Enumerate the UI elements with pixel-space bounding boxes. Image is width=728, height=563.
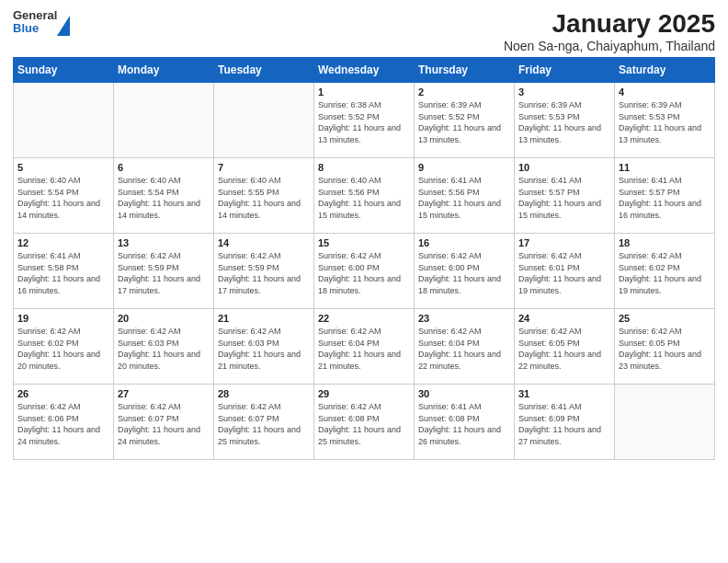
day-info-18: Sunrise: 6:42 AM Sunset: 6:02 PM Dayligh… <box>619 250 711 296</box>
cell-w4-d1: 19Sunrise: 6:42 AM Sunset: 6:02 PM Dayli… <box>14 309 114 385</box>
calendar-header: Sunday Monday Tuesday Wednesday Thursday… <box>14 58 715 83</box>
logo-text: General Blue <box>13 9 57 36</box>
day-info-2: Sunrise: 6:39 AM Sunset: 5:52 PM Dayligh… <box>418 99 510 145</box>
cell-w1-d6: 3Sunrise: 6:39 AM Sunset: 5:53 PM Daylig… <box>515 83 615 158</box>
cell-w2-d2: 6Sunrise: 6:40 AM Sunset: 5:54 PM Daylig… <box>114 158 214 234</box>
cell-w4-d4: 22Sunrise: 6:42 AM Sunset: 6:04 PM Dayli… <box>314 309 415 385</box>
day-info-7: Sunrise: 6:40 AM Sunset: 5:55 PM Dayligh… <box>218 175 310 221</box>
cell-w5-d5: 30Sunrise: 6:41 AM Sunset: 6:08 PM Dayli… <box>415 385 515 460</box>
week-row-2: 5Sunrise: 6:40 AM Sunset: 5:54 PM Daylig… <box>14 158 715 234</box>
cell-w1-d4: 1Sunrise: 6:38 AM Sunset: 5:52 PM Daylig… <box>314 83 415 158</box>
week-row-4: 19Sunrise: 6:42 AM Sunset: 6:02 PM Dayli… <box>14 309 715 385</box>
day-info-13: Sunrise: 6:42 AM Sunset: 5:59 PM Dayligh… <box>118 250 210 296</box>
calendar-title: January 2025 <box>504 9 715 39</box>
cell-w3-d4: 15Sunrise: 6:42 AM Sunset: 6:00 PM Dayli… <box>314 234 415 309</box>
day-number-2: 2 <box>418 86 510 98</box>
header-wednesday: Wednesday <box>314 58 415 83</box>
cell-w1-d7: 4Sunrise: 6:39 AM Sunset: 5:53 PM Daylig… <box>615 83 715 158</box>
header-thursday: Thursday <box>415 58 515 83</box>
day-info-15: Sunrise: 6:42 AM Sunset: 6:00 PM Dayligh… <box>318 250 410 296</box>
cell-w5-d6: 31Sunrise: 6:41 AM Sunset: 6:09 PM Dayli… <box>515 385 615 460</box>
header-monday: Monday <box>114 58 214 83</box>
cell-w1-d3 <box>214 83 314 158</box>
day-number-16: 16 <box>418 237 510 248</box>
day-info-28: Sunrise: 6:42 AM Sunset: 6:07 PM Dayligh… <box>218 401 310 447</box>
day-info-8: Sunrise: 6:40 AM Sunset: 5:56 PM Dayligh… <box>318 175 410 221</box>
day-info-30: Sunrise: 6:41 AM Sunset: 6:08 PM Dayligh… <box>418 401 510 447</box>
day-info-29: Sunrise: 6:42 AM Sunset: 6:08 PM Dayligh… <box>318 401 410 447</box>
cell-w5-d2: 27Sunrise: 6:42 AM Sunset: 6:07 PM Dayli… <box>114 385 214 460</box>
day-info-1: Sunrise: 6:38 AM Sunset: 5:52 PM Dayligh… <box>318 99 410 145</box>
day-info-20: Sunrise: 6:42 AM Sunset: 6:03 PM Dayligh… <box>118 326 210 372</box>
day-info-9: Sunrise: 6:41 AM Sunset: 5:56 PM Dayligh… <box>418 175 510 221</box>
day-number-25: 25 <box>619 313 711 324</box>
day-number-12: 12 <box>17 237 109 248</box>
day-number-20: 20 <box>118 313 210 324</box>
day-info-21: Sunrise: 6:42 AM Sunset: 6:03 PM Dayligh… <box>218 326 310 372</box>
day-number-4: 4 <box>619 86 711 98</box>
day-number-30: 30 <box>418 388 510 399</box>
cell-w5-d4: 29Sunrise: 6:42 AM Sunset: 6:08 PM Dayli… <box>314 385 415 460</box>
week-row-5: 26Sunrise: 6:42 AM Sunset: 6:06 PM Dayli… <box>14 385 715 460</box>
day-info-25: Sunrise: 6:42 AM Sunset: 6:05 PM Dayligh… <box>619 326 711 372</box>
cell-w4-d7: 25Sunrise: 6:42 AM Sunset: 6:05 PM Dayli… <box>615 309 715 385</box>
day-info-5: Sunrise: 6:40 AM Sunset: 5:54 PM Dayligh… <box>17 175 109 221</box>
header-saturday: Saturday <box>615 58 715 83</box>
cell-w4-d3: 21Sunrise: 6:42 AM Sunset: 6:03 PM Dayli… <box>214 309 314 385</box>
day-number-10: 10 <box>518 162 610 173</box>
cell-w5-d7 <box>615 385 715 460</box>
week-row-1: 1Sunrise: 6:38 AM Sunset: 5:52 PM Daylig… <box>14 83 715 158</box>
day-number-17: 17 <box>518 237 610 248</box>
day-number-15: 15 <box>318 237 410 248</box>
cell-w1-d5: 2Sunrise: 6:39 AM Sunset: 5:52 PM Daylig… <box>415 83 515 158</box>
day-number-28: 28 <box>218 388 310 399</box>
day-info-22: Sunrise: 6:42 AM Sunset: 6:04 PM Dayligh… <box>318 326 410 372</box>
day-info-23: Sunrise: 6:42 AM Sunset: 6:04 PM Dayligh… <box>418 326 510 372</box>
day-number-8: 8 <box>318 162 410 173</box>
day-number-9: 9 <box>418 162 510 173</box>
cell-w3-d6: 17Sunrise: 6:42 AM Sunset: 6:01 PM Dayli… <box>515 234 615 309</box>
header: General Blue January 2025 Noen Sa-nga, C… <box>13 9 715 53</box>
day-info-10: Sunrise: 6:41 AM Sunset: 5:57 PM Dayligh… <box>518 175 610 221</box>
cell-w4-d5: 23Sunrise: 6:42 AM Sunset: 6:04 PM Dayli… <box>415 309 515 385</box>
day-number-14: 14 <box>218 237 310 248</box>
logo-triangle-icon <box>57 16 70 36</box>
calendar-table: Sunday Monday Tuesday Wednesday Thursday… <box>13 57 715 460</box>
day-number-27: 27 <box>118 388 210 399</box>
cell-w2-d5: 9Sunrise: 6:41 AM Sunset: 5:56 PM Daylig… <box>415 158 515 234</box>
day-info-11: Sunrise: 6:41 AM Sunset: 5:57 PM Dayligh… <box>619 175 711 221</box>
cell-w4-d2: 20Sunrise: 6:42 AM Sunset: 6:03 PM Dayli… <box>114 309 214 385</box>
cell-w3-d1: 12Sunrise: 6:41 AM Sunset: 5:58 PM Dayli… <box>14 234 114 309</box>
day-info-3: Sunrise: 6:39 AM Sunset: 5:53 PM Dayligh… <box>518 99 610 145</box>
day-number-6: 6 <box>118 162 210 173</box>
day-number-18: 18 <box>619 237 711 248</box>
day-info-26: Sunrise: 6:42 AM Sunset: 6:06 PM Dayligh… <box>17 401 109 447</box>
week-row-3: 12Sunrise: 6:41 AM Sunset: 5:58 PM Dayli… <box>14 234 715 309</box>
day-info-31: Sunrise: 6:41 AM Sunset: 6:09 PM Dayligh… <box>518 401 610 447</box>
cell-w2-d3: 7Sunrise: 6:40 AM Sunset: 5:55 PM Daylig… <box>214 158 314 234</box>
calendar-subtitle: Noen Sa-nga, Chaiyaphum, Thailand <box>504 39 715 53</box>
cell-w4-d6: 24Sunrise: 6:42 AM Sunset: 6:05 PM Dayli… <box>515 309 615 385</box>
day-number-21: 21 <box>218 313 310 324</box>
day-number-24: 24 <box>518 313 610 324</box>
logo-general: General <box>13 9 57 22</box>
day-info-4: Sunrise: 6:39 AM Sunset: 5:53 PM Dayligh… <box>619 99 711 145</box>
cell-w5-d1: 26Sunrise: 6:42 AM Sunset: 6:06 PM Dayli… <box>14 385 114 460</box>
logo: General Blue <box>13 9 70 36</box>
day-number-23: 23 <box>418 313 510 324</box>
day-number-11: 11 <box>619 162 711 173</box>
header-friday: Friday <box>515 58 615 83</box>
day-info-14: Sunrise: 6:42 AM Sunset: 5:59 PM Dayligh… <box>218 250 310 296</box>
cell-w3-d5: 16Sunrise: 6:42 AM Sunset: 6:00 PM Dayli… <box>415 234 515 309</box>
cell-w1-d2 <box>114 83 214 158</box>
day-number-3: 3 <box>518 86 610 98</box>
day-info-24: Sunrise: 6:42 AM Sunset: 6:05 PM Dayligh… <box>518 326 610 372</box>
cell-w3-d7: 18Sunrise: 6:42 AM Sunset: 6:02 PM Dayli… <box>615 234 715 309</box>
days-header-row: Sunday Monday Tuesday Wednesday Thursday… <box>14 58 715 83</box>
calendar-body: 1Sunrise: 6:38 AM Sunset: 5:52 PM Daylig… <box>14 83 715 460</box>
day-number-29: 29 <box>318 388 410 399</box>
day-number-19: 19 <box>17 313 109 324</box>
day-info-6: Sunrise: 6:40 AM Sunset: 5:54 PM Dayligh… <box>118 175 210 221</box>
cell-w5-d3: 28Sunrise: 6:42 AM Sunset: 6:07 PM Dayli… <box>214 385 314 460</box>
day-number-22: 22 <box>318 313 410 324</box>
